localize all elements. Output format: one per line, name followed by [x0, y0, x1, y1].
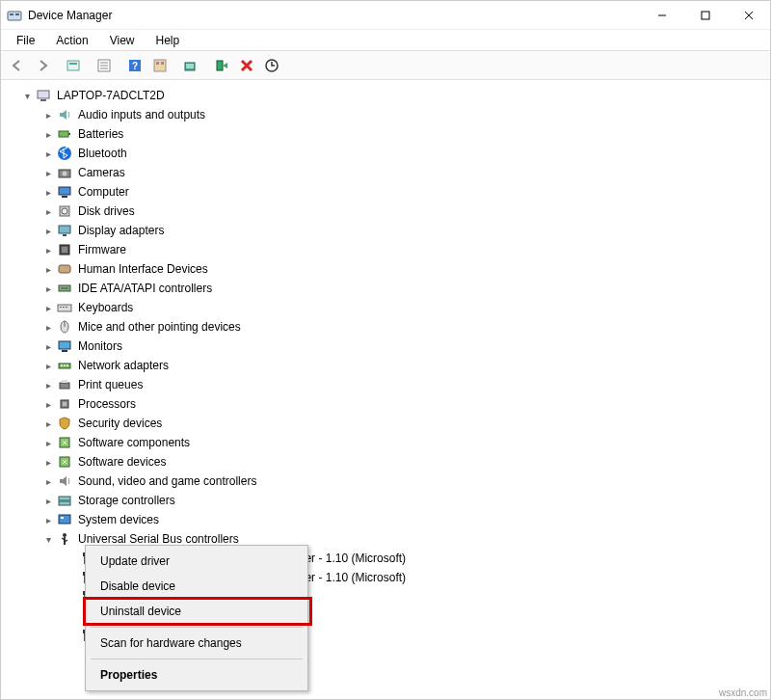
tree-category[interactable]: ▸Network adapters — [3, 356, 768, 375]
tree-category[interactable]: ▸System devices — [3, 510, 768, 529]
menu-action[interactable]: Action — [46, 32, 97, 49]
menu-help[interactable]: Help — [146, 32, 190, 49]
tree-category[interactable]: ▸Human Interface Devices — [3, 259, 768, 279]
chevron-icon[interactable]: ▸ — [41, 378, 55, 391]
svg-rect-15 — [154, 60, 166, 71]
svg-rect-17 — [161, 62, 164, 65]
maximize-button[interactable] — [683, 1, 727, 30]
ctx-update-driver[interactable]: Update driver — [89, 549, 305, 574]
tree-category[interactable]: ▸Display adapters — [3, 221, 768, 240]
svg-rect-1 — [10, 13, 13, 15]
ctx-properties[interactable]: Properties — [89, 662, 305, 687]
ctx-scan-hardware[interactable]: Scan for hardware changes — [89, 631, 305, 656]
category-label: Sound, video and game controllers — [76, 473, 258, 489]
view-button[interactable] — [147, 54, 173, 77]
tree-category[interactable]: ▸IDE ATA/ATAPI controllers — [3, 279, 768, 298]
chevron-icon[interactable]: ▸ — [41, 282, 55, 295]
svg-rect-52 — [60, 383, 69, 389]
tree-category[interactable]: ▸Keyboards — [3, 298, 768, 317]
back-button[interactable] — [5, 54, 30, 77]
audio-icon — [57, 107, 72, 122]
chevron-icon[interactable]: ▸ — [41, 166, 55, 179]
tree-category[interactable]: ▸Software components — [3, 433, 768, 452]
chevron-icon[interactable]: ▾ — [41, 532, 55, 546]
chevron-icon[interactable]: ▸ — [41, 513, 55, 526]
chevron-icon[interactable]: ▸ — [41, 397, 55, 411]
bluetooth-icon — [57, 146, 72, 161]
tree-category[interactable]: ▸Audio inputs and outputs — [3, 105, 768, 124]
properties-button[interactable] — [92, 54, 117, 77]
forward-button[interactable] — [30, 54, 55, 77]
chevron-icon[interactable]: ▸ — [41, 359, 55, 372]
tree-category[interactable]: ▸Sound, video and game controllers — [3, 471, 768, 491]
tree-category[interactable]: ▸Software devices — [3, 452, 768, 471]
spacer — [63, 609, 76, 623]
svg-rect-16 — [156, 62, 159, 65]
ctx-disable-device[interactable]: Disable device — [89, 574, 305, 599]
window-title: Device Manager — [28, 9, 640, 22]
chevron-icon[interactable]: ▸ — [41, 301, 55, 314]
tree-category[interactable]: ▸Disk drives — [3, 202, 768, 221]
chevron-icon[interactable]: ▸ — [41, 147, 55, 160]
svg-rect-20 — [217, 61, 223, 70]
tree-root[interactable]: ▾ LAPTOP-7ADCLT2D — [3, 86, 768, 105]
svg-rect-23 — [40, 99, 46, 101]
chevron-icon[interactable]: ▸ — [41, 243, 55, 256]
tree-category[interactable]: ▸Print queues — [3, 375, 768, 394]
tree-category[interactable]: ▸Bluetooth — [3, 144, 768, 163]
tree-category[interactable]: ▸Cameras — [3, 163, 768, 182]
ctx-separator — [91, 659, 303, 660]
chevron-icon[interactable]: ▸ — [41, 320, 55, 334]
tree-category[interactable]: ▸Processors — [3, 394, 768, 414]
category-label: Computer — [76, 184, 131, 200]
uninstall-device-button[interactable] — [234, 54, 259, 77]
category-label: Security devices — [76, 416, 164, 431]
chevron-icon[interactable]: ▸ — [41, 204, 55, 218]
show-hidden-button[interactable] — [61, 54, 86, 77]
enable-device-button[interactable] — [209, 54, 234, 77]
chevron-icon[interactable]: ▸ — [41, 436, 55, 449]
chevron-icon[interactable]: ▸ — [41, 224, 55, 237]
ctx-uninstall-device[interactable]: Uninstall device — [89, 599, 305, 624]
menu-view[interactable]: View — [100, 32, 145, 49]
computer-icon — [57, 184, 72, 200]
tree-category[interactable]: ▸Storage controllers — [3, 491, 768, 510]
chevron-icon[interactable]: ▸ — [41, 455, 55, 469]
chevron-icon[interactable]: ▸ — [41, 185, 55, 199]
tree-category[interactable]: ▸Firmware — [3, 240, 768, 259]
hid-icon — [57, 261, 72, 277]
svg-text:?: ? — [132, 61, 138, 71]
category-label: Batteries — [76, 126, 125, 142]
chevron-down-icon[interactable]: ▾ — [20, 89, 34, 102]
chevron-icon[interactable]: ▸ — [41, 417, 55, 430]
ide-icon — [57, 281, 72, 296]
svg-rect-19 — [186, 64, 194, 68]
svg-rect-47 — [62, 350, 67, 352]
chevron-icon[interactable]: ▸ — [41, 474, 55, 488]
network-icon — [57, 358, 72, 373]
category-label: Print queues — [76, 377, 145, 392]
chevron-icon[interactable]: ▸ — [41, 262, 55, 276]
tree-category[interactable]: ▸Batteries — [3, 124, 768, 144]
close-button[interactable] — [727, 1, 770, 30]
tree-category[interactable]: ▸Security devices — [3, 414, 768, 433]
usb-icon — [57, 531, 72, 547]
svg-rect-53 — [62, 380, 67, 383]
menu-file[interactable]: File — [7, 32, 44, 49]
chevron-icon[interactable]: ▸ — [41, 339, 55, 353]
tree-category[interactable]: ▸Monitors — [3, 337, 768, 356]
chevron-icon[interactable]: ▸ — [41, 127, 55, 141]
minimize-button[interactable] — [640, 1, 683, 30]
help-button[interactable]: ? — [122, 54, 147, 77]
svg-rect-40 — [58, 305, 71, 311]
menubar: File Action View Help — [1, 30, 770, 51]
svg-rect-33 — [59, 226, 70, 233]
chevron-icon[interactable]: ▸ — [41, 108, 55, 121]
tree-category[interactable]: ▸Computer — [3, 182, 768, 202]
update-driver-button[interactable] — [259, 54, 284, 77]
tree-category[interactable]: ▸Mice and other pointing devices — [3, 317, 768, 337]
svg-point-50 — [64, 364, 66, 366]
camera-icon — [57, 165, 72, 180]
chevron-icon[interactable]: ▸ — [41, 494, 55, 507]
scan-hardware-button[interactable] — [178, 54, 203, 77]
